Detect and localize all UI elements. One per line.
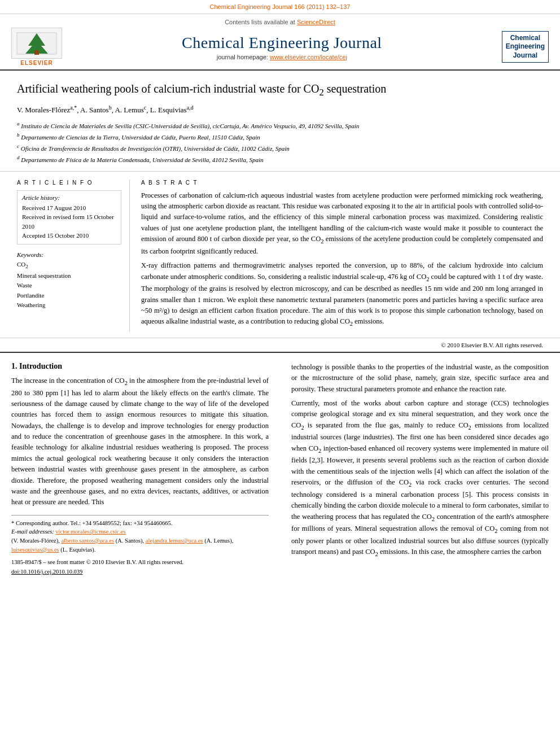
email-esquivias[interactable]: luisesquivias@us.es xyxy=(11,547,59,553)
accepted-date: Accepted 15 October 2010 xyxy=(22,231,116,241)
contents-available-label: Contents lists available at ScienceDirec… xyxy=(0,19,560,25)
abstract-column: A B S T R A C T Processes of carbonation… xyxy=(141,180,543,332)
abstract-heading: A B S T R A C T xyxy=(141,180,543,186)
journal-title: Chemical Engineering Journal xyxy=(62,34,502,52)
journal-name-box: Chemical Engineering Journal xyxy=(502,31,549,63)
abstract-paragraph-1: Processes of carbonation of calcium-rich… xyxy=(141,190,543,257)
article-history-title: Article history: xyxy=(22,194,116,201)
keyword-weathering: Weathering xyxy=(17,300,121,311)
email-label: E-mail addresses: xyxy=(11,528,54,535)
keyword-co2: CO2 xyxy=(17,260,121,271)
main-body: 1. Introduction The increase in the conc… xyxy=(0,353,560,581)
journal-header: Contents lists available at ScienceDirec… xyxy=(0,14,560,71)
intro-paragraph-right-1: technology is possible thanks to the pro… xyxy=(291,362,549,395)
main-body-left: 1. Introduction The increase in the conc… xyxy=(11,362,274,575)
article-title-section: Artificial weathering pools of calcium-r… xyxy=(0,71,560,172)
email-line-2: (V. Morales-Flórez), alberto.santos@uca.… xyxy=(11,536,269,545)
article-history-box: Article history: Received 17 August 2010… xyxy=(17,190,121,244)
elsevier-brand-text: ELSEVIER xyxy=(20,60,53,66)
introduction-heading: 1. Introduction xyxy=(11,362,269,371)
journal-homepage-label: journal homepage: www.elsevier.com/locat… xyxy=(62,54,502,60)
authors-line: V. Morales-Flóreza,*, A. Santosb, A. Lem… xyxy=(17,104,543,115)
svg-rect-2 xyxy=(34,50,39,55)
keyword-waste: Waste xyxy=(17,281,121,291)
doi-link[interactable]: doi:10.1016/j.cej.2010.10.039 xyxy=(11,569,82,575)
article-info-column: A R T I C L E I N F O Article history: R… xyxy=(17,180,130,332)
elsevier-logo-image xyxy=(11,28,62,59)
journal-homepage-link[interactable]: www.elsevier.com/locate/cej xyxy=(270,54,347,60)
intro-paragraph-1: The increase in the concentration of CO2… xyxy=(11,375,269,508)
revised-date: Received in revised form 15 October 2010 xyxy=(22,212,116,231)
email-addresses-note: E-mail addresses: victor.morales@icmse.c… xyxy=(11,527,269,536)
main-body-right: technology is possible thanks to the pro… xyxy=(286,362,549,575)
keyword-portlandite: Portlandite xyxy=(17,291,121,301)
email-santos[interactable]: alberto.santos@uca.es xyxy=(61,538,114,544)
copyright-line: © 2010 Elsevier B.V. All rights reserved… xyxy=(0,338,560,353)
email-morales[interactable]: victor.morales@icmse.csic.es xyxy=(55,528,125,535)
journal-reference-bar: Chemical Engineering Journal 166 (2011) … xyxy=(0,0,560,14)
sciencedirect-link[interactable]: ScienceDirect xyxy=(297,19,335,25)
contents-available-text: Contents lists available at xyxy=(225,19,295,25)
keywords-title: Keywords: xyxy=(17,251,121,258)
article-info-abstract-section: A R T I C L E I N F O Article history: R… xyxy=(0,172,560,338)
email-line-3: luisesquivias@us.es (L. Esquivias). xyxy=(11,545,269,554)
elsevier-logo: ELSEVIER xyxy=(11,28,62,66)
footnotes-section: * Corresponding author. Tel.: +34 954489… xyxy=(11,515,269,575)
article-title: Artificial weathering pools of calcium-r… xyxy=(17,81,543,99)
introduction-text-right: technology is possible thanks to the pro… xyxy=(291,362,549,559)
intro-paragraph-right-2: Currently, most of the works about carbo… xyxy=(291,398,549,559)
email-lemus[interactable]: alejandra.lemus@uca.es xyxy=(146,538,203,544)
introduction-text-left: The increase in the concentration of CO2… xyxy=(11,375,269,508)
corresponding-author-note: * Corresponding author. Tel.: +34 954489… xyxy=(11,519,269,528)
issn-line: 1385-8947/$ – see front matter © 2010 El… xyxy=(11,558,269,567)
abstract-text: Processes of carbonation of calcium-rich… xyxy=(141,190,543,329)
keyword-mineral: Mineral sequestration xyxy=(17,271,121,281)
affiliations: a Instituto de Ciencia de Materiales de … xyxy=(17,120,543,165)
article-info-heading: A R T I C L E I N F O xyxy=(17,180,121,186)
doi-line: doi:10.1016/j.cej.2010.10.039 xyxy=(11,569,269,575)
received-date: Received 17 August 2010 xyxy=(22,203,116,213)
journal-title-area: Chemical Engineering Journal journal hom… xyxy=(62,34,502,60)
journal-reference-text: Chemical Engineering Journal 166 (2011) … xyxy=(210,3,351,10)
abstract-paragraph-2: X-ray diffraction patterns and thermogra… xyxy=(141,260,543,329)
